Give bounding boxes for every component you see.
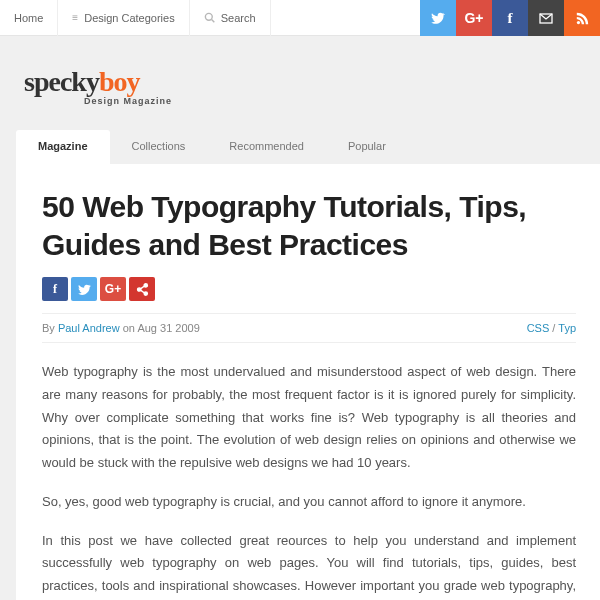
svg-point-0 xyxy=(205,13,212,20)
meta-left: By Paul Andrew on Aug 31 2009 xyxy=(42,322,200,334)
social-rss[interactable] xyxy=(564,0,600,36)
cat-sep: / xyxy=(549,322,558,334)
tab-collections[interactable]: Collections xyxy=(110,130,208,164)
rss-icon xyxy=(576,12,589,25)
cat-css[interactable]: CSS xyxy=(527,322,550,334)
logo-part1: specky xyxy=(24,66,99,97)
social-gplus[interactable]: G+ xyxy=(456,0,492,36)
search-icon xyxy=(204,12,215,23)
paragraph-1: Web typography is the most undervalued a… xyxy=(42,361,576,475)
author-link[interactable]: Paul Andrew xyxy=(58,322,120,334)
twitter-icon xyxy=(431,11,445,25)
logo-area: speckyboy Design Magazine xyxy=(0,36,600,130)
social-twitter[interactable] xyxy=(420,0,456,36)
topnav: Home ≡ Design Categories Search G+ f xyxy=(0,0,600,36)
topnav-left: Home ≡ Design Categories Search xyxy=(0,0,271,35)
article-body: Web typography is the most undervalued a… xyxy=(42,361,576,600)
article: 50 Web Typography Tutorials, Tips, Guide… xyxy=(16,164,600,600)
share-icon xyxy=(136,283,149,296)
hamburger-icon: ≡ xyxy=(72,12,78,23)
share-facebook[interactable]: f xyxy=(42,277,68,301)
tab-popular[interactable]: Popular xyxy=(326,130,408,164)
svg-point-4 xyxy=(144,283,147,286)
meta-date: on Aug 31 2009 xyxy=(120,322,200,334)
svg-point-5 xyxy=(137,287,140,290)
twitter-icon xyxy=(78,283,91,296)
svg-line-7 xyxy=(140,286,143,288)
social-top: G+ f xyxy=(420,0,600,35)
share-twitter[interactable] xyxy=(71,277,97,301)
share-bar: f G+ xyxy=(42,277,576,301)
p3a: In this post we have collected great reo… xyxy=(42,533,576,601)
tab-recommended[interactable]: Recommended xyxy=(207,130,326,164)
social-facebook[interactable]: f xyxy=(492,0,528,36)
cat-typ[interactable]: Typ xyxy=(558,322,576,334)
gplus-icon: G+ xyxy=(105,282,121,296)
content-tabs: Magazine Collections Recommended Popular xyxy=(0,130,600,164)
tab-magazine[interactable]: Magazine xyxy=(16,130,110,164)
site-logo[interactable]: speckyboy xyxy=(24,66,600,98)
svg-point-3 xyxy=(576,20,579,23)
article-title: 50 Web Typography Tutorials, Tips, Guide… xyxy=(42,188,576,263)
facebook-icon: f xyxy=(508,10,513,27)
paragraph-2: So, yes, good web typography is crucial,… xyxy=(42,491,576,514)
svg-line-1 xyxy=(211,20,214,23)
logo-part2: boy xyxy=(99,66,140,97)
social-mail[interactable] xyxy=(528,0,564,36)
share-more[interactable] xyxy=(129,277,155,301)
article-meta: By Paul Andrew on Aug 31 2009 CSS / Typ xyxy=(42,313,576,343)
svg-line-8 xyxy=(140,290,143,292)
nav-search[interactable]: Search xyxy=(190,0,271,36)
mail-icon xyxy=(539,13,553,24)
nav-search-label: Search xyxy=(221,12,256,24)
nav-home-label: Home xyxy=(14,12,43,24)
svg-point-6 xyxy=(144,291,147,294)
nav-categories[interactable]: ≡ Design Categories xyxy=(58,0,189,36)
paragraph-3: In this post we have collected great reo… xyxy=(42,530,576,601)
facebook-icon: f xyxy=(53,282,57,297)
nav-home[interactable]: Home xyxy=(0,0,58,36)
logo-tagline: Design Magazine xyxy=(84,96,600,106)
share-gplus[interactable]: G+ xyxy=(100,277,126,301)
meta-by: By xyxy=(42,322,58,334)
meta-right: CSS / Typ xyxy=(527,322,576,334)
gplus-icon: G+ xyxy=(464,10,483,26)
nav-categories-label: Design Categories xyxy=(84,12,175,24)
